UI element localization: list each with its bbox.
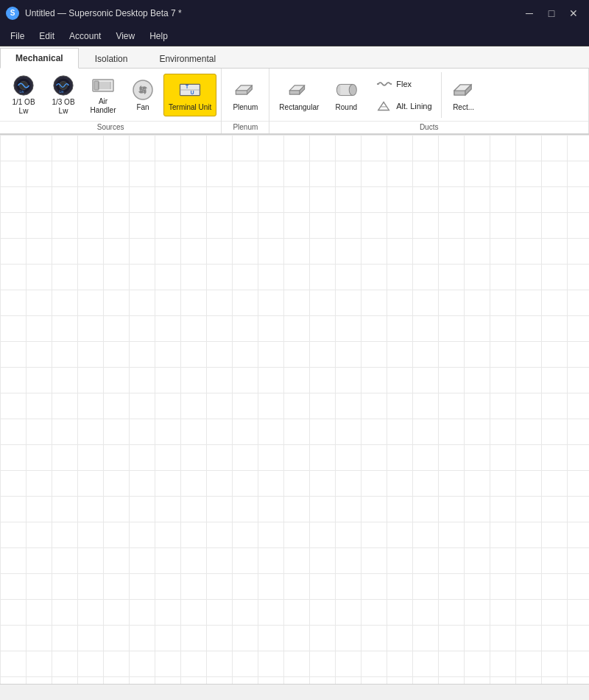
icon-rectangular xyxy=(287,78,311,102)
ribbon-group-plenum: Plenum Plenum xyxy=(222,69,269,133)
icon-alt-lining xyxy=(377,99,392,113)
status-bar xyxy=(0,684,589,699)
icon-1ob: Lw xyxy=(12,74,35,97)
menu-account[interactable]: Account xyxy=(62,28,108,44)
window-title: Untitled — Supersonic Desktop Beta 7 * xyxy=(25,8,182,18)
svg-marker-40 xyxy=(378,102,389,110)
menu-help[interactable]: Help xyxy=(142,28,175,44)
icon-terminal-unit: T U xyxy=(178,78,202,102)
label-round: Round xyxy=(336,103,357,112)
maximize-button[interactable]: □ xyxy=(542,6,561,21)
label-alt-lining: Alt. Lining xyxy=(396,102,431,111)
svg-marker-30 xyxy=(290,90,300,94)
ribbon-tabs: Mechanical Isolation Environmental xyxy=(0,46,589,69)
btn-round[interactable]: Round xyxy=(327,74,365,116)
label-air-handler: AirHandler xyxy=(90,97,116,115)
ribbon-group-ducts: Rectangular Round xyxy=(269,69,589,133)
label-terminal-unit: Terminal Unit xyxy=(169,103,211,112)
btn-terminal-unit[interactable]: T U Terminal Unit xyxy=(163,74,216,116)
ducts-label: Ducts xyxy=(269,121,588,133)
icon-flex xyxy=(377,77,392,91)
sources-label: Sources xyxy=(0,121,221,133)
svg-text:Lw: Lw xyxy=(59,90,64,94)
canvas-grid xyxy=(0,135,589,684)
btn-13ob[interactable]: Lw 1/3 OBLw xyxy=(44,74,82,116)
btn-rectangular[interactable]: Rectangular xyxy=(274,74,324,116)
menu-file[interactable]: File xyxy=(3,28,32,44)
btn-fan[interactable]: Fan xyxy=(124,74,162,116)
svg-rect-9 xyxy=(94,81,99,90)
label-rectangular: Rectangular xyxy=(279,103,319,112)
tab-mechanical[interactable]: Mechanical xyxy=(0,48,79,69)
menu-edit[interactable]: Edit xyxy=(32,28,62,44)
svg-point-35 xyxy=(349,84,356,95)
btn-rect-overflow[interactable]: Rect... xyxy=(445,74,483,116)
label-rect-overflow: Rect... xyxy=(453,103,474,112)
btn-alt-lining[interactable]: Alt. Lining xyxy=(374,97,434,115)
label-plenum: Plenum xyxy=(233,103,258,112)
btn-plenum[interactable]: Plenum xyxy=(226,74,264,116)
svg-marker-26 xyxy=(236,90,247,94)
menu-view[interactable]: View xyxy=(108,28,142,44)
menu-bar: File Edit Account View Help xyxy=(0,26,589,46)
ribbon-side-items: Flex Alt. Lining xyxy=(368,72,441,118)
icon-air-handler xyxy=(91,75,115,96)
svg-marker-43 xyxy=(454,91,465,95)
close-button[interactable]: ✕ xyxy=(564,6,583,21)
plenum-label: Plenum xyxy=(222,121,269,133)
label-1ob: 1/1 OBLw xyxy=(12,98,35,116)
ribbon-group-sources: Lw 1/1 OBLw Lw 1/3 OBLw xyxy=(0,69,222,133)
app-icon: S xyxy=(6,7,19,20)
label-13ob: 1/3 OBLw xyxy=(52,98,74,116)
canvas-area[interactable] xyxy=(0,135,589,684)
svg-text:U: U xyxy=(191,89,194,94)
label-fan: Fan xyxy=(136,103,149,112)
btn-flex[interactable]: Flex xyxy=(374,75,434,93)
tab-isolation[interactable]: Isolation xyxy=(80,49,144,69)
ribbon-toolbar: Lw 1/1 OBLw Lw 1/3 OBLw xyxy=(0,69,589,135)
icon-13ob: Lw xyxy=(52,74,75,97)
btn-air-handler[interactable]: AirHandler xyxy=(84,74,122,116)
svg-text:Lw: Lw xyxy=(19,90,24,94)
minimize-button[interactable]: ─ xyxy=(520,6,539,21)
icon-plenum xyxy=(233,78,257,102)
tab-environmental[interactable]: Environmental xyxy=(144,49,231,69)
label-flex: Flex xyxy=(396,80,412,88)
title-bar: S Untitled — Supersonic Desktop Beta 7 *… xyxy=(0,0,589,26)
icon-round xyxy=(334,78,358,102)
window-controls: ─ □ ✕ xyxy=(520,6,583,21)
icon-fan xyxy=(131,78,155,102)
btn-1ob[interactable]: Lw 1/1 OBLw xyxy=(4,74,43,116)
icon-rect-overflow xyxy=(452,78,476,102)
